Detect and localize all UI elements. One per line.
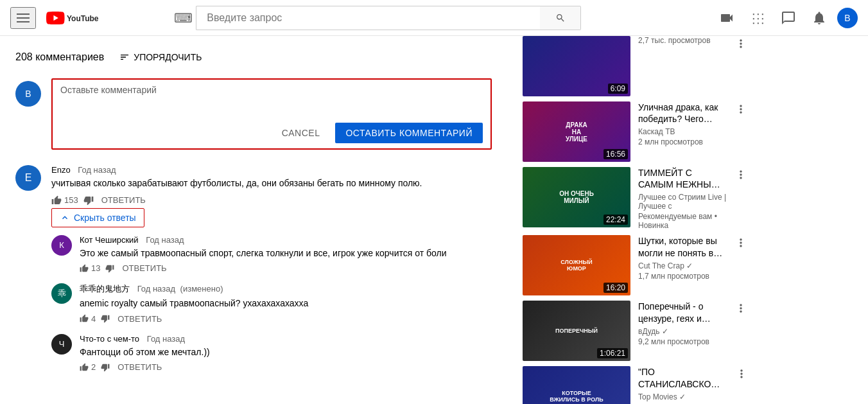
dislike-button[interactable]	[83, 195, 94, 206]
video-thumbnail: ПОПЕРЕЧНЫЙ 1:06:21	[523, 301, 630, 361]
reply-dislike-button[interactable]	[101, 314, 110, 323]
reply-reply-button[interactable]: ОТВЕТИТЬ	[117, 362, 162, 372]
menu-button[interactable]	[10, 7, 36, 29]
comment-input-area: B Оставьте комментарий CANCEL ОСТАВИТЬ К…	[15, 78, 492, 150]
video-card[interactable]: СЛОЖНЫЙЮМОР 16:20 Шутки, которые вы могл…	[523, 235, 750, 295]
current-user-avatar: B	[15, 81, 41, 107]
sidebar: 6:09 2,7 тыс. просмотров ДРАКАНАУЛИЦЕ 16…	[507, 36, 765, 404]
reply-author: 乖乖的鬼地方 Год назад (изменено)	[80, 283, 492, 295]
video-meta: 1,7 млн просмотров	[638, 272, 727, 281]
search-bar: ⌨	[170, 6, 581, 30]
video-more-options[interactable]	[734, 36, 750, 96]
video-info: Уличная драка, как победить? Чего НЕЛЬЗЯ…	[636, 101, 729, 162]
thumb-down-icon	[101, 363, 110, 372]
video-duration: 6:09	[608, 83, 628, 94]
reply-dislike-button[interactable]	[101, 363, 110, 372]
youtube-logo-svg: YouTube	[46, 12, 104, 24]
video-thumbnail: ДРАКАНАУЛИЦЕ 16:56	[523, 101, 630, 162]
video-duration: 16:20	[603, 283, 628, 293]
reply-like-button[interactable]: 4	[80, 314, 96, 324]
reply-button[interactable]: ОТВЕТИТЬ	[101, 195, 146, 205]
header-right: B	[714, 5, 858, 31]
comments-header: 208 комментариев УПОРЯДОЧИТЬ	[15, 51, 492, 63]
svg-text:YouTube: YouTube	[67, 14, 99, 23]
thumb-up-icon	[80, 314, 89, 323]
search-input[interactable]	[196, 6, 540, 30]
reply-text: anemic royalty самый травмоопасный? ухах…	[80, 297, 492, 310]
reply-text: Это же самый травмоопасный спорт, слегка…	[80, 247, 492, 260]
replies-toggle-button[interactable]: Скрыть ответы	[51, 208, 144, 227]
video-info: Поперечный - о цензуре, геях и чувствах …	[636, 301, 729, 361]
reply-reactions: 4 ОТВЕТИТЬ	[80, 314, 492, 324]
user-avatar-button[interactable]: B	[837, 8, 858, 28]
video-card[interactable]: ОН ОЧЕНЬМИЛЫЙ 22:24 ТИММЕЙТ С САМЫМ НЕЖН…	[523, 167, 750, 230]
video-meta: 2 млн просмотров	[638, 137, 727, 146]
video-more-options[interactable]	[734, 101, 750, 162]
site-header: YouTube ⌨ B	[0, 0, 868, 36]
reply-reply-button[interactable]: ОТВЕТИТЬ	[117, 314, 162, 324]
video-channel: Cut The Crap ✓	[638, 261, 727, 270]
video-channel: Каскад ТВ	[638, 127, 727, 136]
youtube-logo[interactable]: YouTube	[46, 12, 104, 24]
reply-avatar: К	[51, 235, 72, 256]
sort-label: УПОРЯДОЧИТЬ	[134, 52, 202, 62]
video-meta: 9,2 млн просмотров	[638, 337, 727, 346]
reply-like-button[interactable]: 13	[80, 263, 100, 273]
reply-content: Кот Чеширский Год назад Это же самый тра…	[80, 235, 492, 274]
video-more-options[interactable]	[734, 301, 750, 361]
reply-item: Ч Что-то с чем-то Год назад Фантоцци об …	[51, 334, 492, 373]
reply-item: 乖 乖乖的鬼地方 Год назад (изменено) anemic roy…	[51, 283, 492, 324]
video-more-options[interactable]	[735, 366, 750, 404]
comment-author: Enzo Год назад	[51, 165, 492, 175]
notifications-button[interactable]	[806, 5, 832, 31]
reply-dislike-button[interactable]	[105, 264, 114, 273]
apps-button[interactable]	[745, 5, 770, 31]
video-duration: 22:24	[603, 215, 628, 225]
camera-button[interactable]	[714, 5, 740, 31]
video-card[interactable]: ПОПЕРЕЧНЫЙ 1:06:21 Поперечный - о цензур…	[523, 301, 750, 361]
like-button[interactable]: 153	[51, 195, 78, 206]
thumb-up-icon	[80, 363, 89, 372]
video-thumbnail: СЛОЖНЫЙЮМОР 16:20	[523, 235, 630, 295]
video-duration: 1:06:21	[597, 348, 628, 358]
comment-reactions: 153 ОТВЕТИТЬ	[51, 195, 492, 206]
video-card[interactable]: ДРАКАНАУЛИЦЕ 16:56 Уличная драка, как по…	[523, 101, 750, 162]
video-channel: Лучшее со Стриим Live | Лучшее с	[638, 193, 727, 211]
video-card[interactable]: КОТОРЫЕВЖИЛИСЬ В РОЛЬ 21:56 "ПО СТАНИСЛА…	[523, 366, 750, 404]
reply-reply-button[interactable]: ОТВЕТИТЬ	[122, 263, 166, 273]
video-more-options[interactable]	[734, 167, 750, 230]
thumb-down-icon	[105, 264, 114, 273]
search-icon	[555, 13, 566, 23]
thumb-down-icon	[83, 195, 94, 206]
reply-content: Что-то с чем-то Год назад Фантоцци об эт…	[80, 334, 492, 373]
video-more-options[interactable]	[734, 235, 750, 295]
video-info: "ПО СТАНИСЛАВСКОМУ" - 10 АКТЕРОВ, КОТОРЫ…	[636, 366, 730, 404]
search-button[interactable]	[540, 6, 581, 30]
submit-comment-button[interactable]: ОСТАВИТЬ КОММЕНТАРИЙ	[335, 123, 483, 143]
comment-content: Enzo Год назад учитывая сколько зарабаты…	[51, 165, 492, 382]
video-channel: вДудь ✓	[638, 327, 727, 336]
reply-like-button[interactable]: 2	[80, 362, 96, 372]
sort-button[interactable]: УПОРЯДОЧИТЬ	[119, 52, 202, 62]
thumb-up-icon	[51, 195, 62, 206]
video-meta: 2,7 тыс. просмотров	[638, 36, 727, 45]
main-layout: 208 комментариев УПОРЯДОЧИТЬ B Оставьте …	[0, 36, 868, 404]
comment-actions: CANCEL ОСТАВИТЬ КОММЕНТАРИЙ	[60, 123, 483, 143]
reply-text: Фантоцци об этом же мечтал.))	[80, 346, 492, 359]
comment-textarea[interactable]	[60, 100, 483, 116]
reply-author: Что-то с чем-то Год назад	[80, 334, 492, 344]
reply-author: Кот Чеширский Год назад	[80, 235, 492, 245]
cancel-button[interactable]: CANCEL	[272, 123, 331, 143]
video-card[interactable]: 6:09 2,7 тыс. просмотров	[523, 36, 750, 96]
keyboard-button[interactable]: ⌨	[170, 6, 196, 30]
comment-text: учитывая сколько зарабатывают футболисты…	[51, 177, 492, 190]
video-thumbnail: 6:09	[523, 36, 630, 96]
reply-avatar: 乖	[51, 283, 72, 304]
search-section: ⌨	[170, 6, 581, 30]
video-title: Уличная драка, как победить? Чего НЕЛЬЗЯ…	[638, 101, 727, 125]
messages-button[interactable]	[776, 5, 801, 31]
content-area: 208 комментариев УПОРЯДОЧИТЬ B Оставьте …	[0, 36, 507, 404]
chevron-up-icon	[60, 213, 70, 223]
header-left: YouTube	[10, 7, 104, 29]
video-thumbnail: КОТОРЫЕВЖИЛИСЬ В РОЛЬ 21:56	[523, 366, 630, 404]
